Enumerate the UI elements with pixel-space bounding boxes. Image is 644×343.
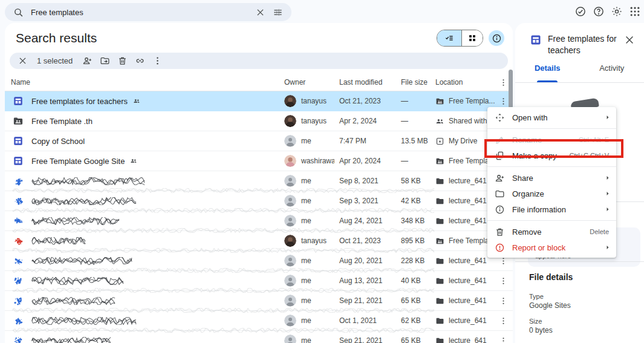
location-chip[interactable]: Shared with ... xyxy=(431,117,495,126)
location-chip[interactable]: Free Templa... xyxy=(431,157,495,166)
modified-cell: Apr 2, 2024 xyxy=(334,117,396,125)
owner-name: me xyxy=(301,296,311,305)
search-options-icon[interactable] xyxy=(273,7,283,18)
file-row[interactable]: meSep 21, 202165 KBlecture_641 xyxy=(5,291,513,311)
clear-selection-button[interactable] xyxy=(18,56,28,66)
location-chip[interactable]: lecture_641 xyxy=(431,177,495,186)
location-chip[interactable]: Free Templa... xyxy=(431,237,495,246)
menu-item-organize[interactable]: Organize xyxy=(487,186,616,201)
trash-icon xyxy=(495,227,505,237)
location-chip[interactable]: lecture_641 xyxy=(431,256,495,266)
apps-grid-icon[interactable] xyxy=(629,5,641,18)
column-header-modified[interactable]: Last modified xyxy=(334,78,396,87)
search-bar[interactable] xyxy=(5,3,291,21)
owner-avatar xyxy=(284,115,296,127)
file-row[interactable]: Copy of Schoolme7:47 PM13.5 MBMy Drive xyxy=(5,131,513,151)
move-button[interactable] xyxy=(100,56,110,66)
size-cell: 13.5 MB xyxy=(396,137,431,145)
help-icon[interactable] xyxy=(593,5,605,18)
share-button[interactable] xyxy=(82,56,93,66)
file-name: Free templates for teachers xyxy=(31,97,128,106)
location-chip[interactable]: lecture_641 xyxy=(431,197,495,206)
location-icon xyxy=(435,316,444,325)
layout-toggle[interactable] xyxy=(437,30,483,47)
file-name: Free Template Google Site xyxy=(31,157,125,166)
owner-avatar xyxy=(284,155,296,167)
size-cell: 228 KB xyxy=(396,256,431,265)
get-link-button[interactable] xyxy=(135,56,145,66)
tab-activity[interactable]: Activity xyxy=(580,64,644,82)
location-chip[interactable]: lecture_641 xyxy=(431,217,495,226)
clear-search-icon[interactable] xyxy=(255,7,265,18)
row-menu-button[interactable] xyxy=(499,296,508,305)
location-icon xyxy=(435,177,444,186)
close-details-button[interactable] xyxy=(623,34,636,46)
blue-scribbled-file-icon xyxy=(13,256,24,266)
menu-item-rename[interactable]: RenameCtrl+Alt+E xyxy=(487,132,616,148)
submenu-arrow-icon xyxy=(603,243,612,252)
file-row[interactable]: meAug 13, 202140 KBlecture_641 xyxy=(5,271,513,291)
row-menu-button[interactable] xyxy=(499,97,508,106)
owner-name: tanayus xyxy=(301,237,327,245)
column-header-size[interactable]: File size xyxy=(396,78,431,87)
menu-item-remove[interactable]: RemoveDelete xyxy=(487,224,616,240)
location-chip[interactable]: lecture_641 xyxy=(431,336,495,343)
file-row[interactable]: meAug 20, 2021228 KBlecture_641 xyxy=(5,251,513,271)
menu-item-file-information[interactable]: File information xyxy=(487,201,616,217)
redacted-file-name xyxy=(31,237,89,245)
location-label: lecture_641 xyxy=(449,336,487,343)
search-input[interactable] xyxy=(31,8,248,17)
scrollbar-thumb[interactable] xyxy=(509,70,513,108)
menu-item-open-with[interactable]: Open with xyxy=(487,109,616,125)
file-row[interactable]: meSep 3, 202142 KBlecture_641 xyxy=(5,191,513,211)
modified-cell: Sep 21, 2021 xyxy=(334,336,396,343)
file-row[interactable]: meAug 24, 2021348 KBlecture_641 xyxy=(5,211,513,231)
file-row[interactable]: meSep 21, 202165 KBlecture_641 xyxy=(5,331,513,343)
file-row[interactable]: Free Template Google Sitewashirawan...Ap… xyxy=(5,151,513,171)
column-header-owner[interactable]: Owner xyxy=(279,78,334,87)
location-icon xyxy=(435,336,444,343)
column-header-name[interactable]: Name xyxy=(5,78,279,87)
blue-scribbled-file-icon xyxy=(13,336,24,343)
selection-toolbar: 1 selected xyxy=(10,53,508,69)
file-row[interactable]: Free templates for teacherstanayusOct 21… xyxy=(5,91,513,111)
location-icon xyxy=(435,296,444,305)
location-chip[interactable]: lecture_641 xyxy=(431,316,495,325)
file-row[interactable]: Free Template .thtanayusApr 2, 2024—Shar… xyxy=(5,111,513,131)
location-chip[interactable]: Free Templa... xyxy=(431,97,495,106)
row-menu-button[interactable] xyxy=(499,276,508,286)
modified-cell: Oct 21, 2023 xyxy=(334,97,396,105)
location-chip[interactable]: My Drive xyxy=(431,137,495,146)
file-row[interactable]: tanayusOct 21, 2023895 KBFree Templa... xyxy=(5,231,513,251)
offline-status-icon[interactable] xyxy=(574,5,587,18)
tab-details[interactable]: Details xyxy=(515,64,580,82)
owner-name: me xyxy=(301,256,311,265)
location-chip[interactable]: lecture_641 xyxy=(431,296,495,305)
details-info-button[interactable] xyxy=(489,30,504,46)
column-header-location[interactable]: Location xyxy=(431,78,495,87)
menu-item-make-a-copy[interactable]: Make a copyCtrl+C Ctrl+V xyxy=(487,148,616,163)
grid-view-button[interactable] xyxy=(461,30,483,46)
location-chip[interactable]: lecture_641 xyxy=(431,276,495,286)
menu-shortcut: Delete xyxy=(590,228,609,235)
owner-name: washirawan... xyxy=(301,157,334,165)
more-actions-button[interactable] xyxy=(152,56,163,66)
column-settings-button[interactable] xyxy=(499,78,508,87)
page-title: Search results xyxy=(16,31,437,45)
menu-item-share[interactable]: Share xyxy=(487,170,616,186)
settings-icon[interactable] xyxy=(611,5,623,18)
row-menu-button[interactable] xyxy=(499,316,508,325)
list-view-button[interactable] xyxy=(437,30,461,46)
detail-value: 0 bytes xyxy=(529,326,638,335)
remove-button[interactable] xyxy=(117,56,128,66)
menu-item-report-or-block[interactable]: Report or block xyxy=(487,240,616,255)
file-row[interactable]: meSep 8, 202158 KBlecture_641 xyxy=(5,171,513,191)
row-menu-button[interactable] xyxy=(499,336,508,343)
shared-indicator-icon xyxy=(129,157,138,165)
owner-avatar xyxy=(284,175,296,187)
file-type-icon xyxy=(13,155,24,166)
panel-divider xyxy=(515,261,644,262)
open-with-icon xyxy=(495,113,505,123)
file-row[interactable]: meOct 1, 202162 KBlecture_641 xyxy=(5,311,513,331)
detail-label: Type xyxy=(529,293,638,300)
